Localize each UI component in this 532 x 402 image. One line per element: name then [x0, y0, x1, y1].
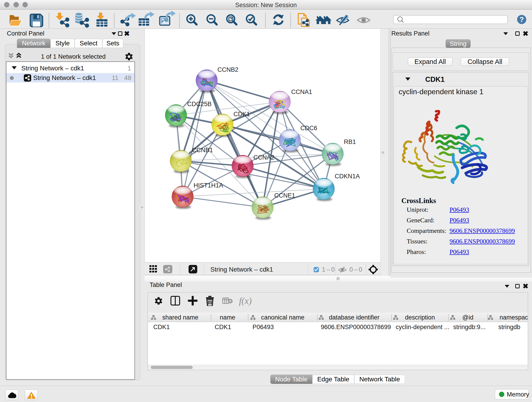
svg-text:description: description	[405, 314, 435, 321]
svg-text:CDC6: CDC6	[300, 125, 317, 132]
svg-text:CCNA1: CCNA1	[291, 89, 312, 95]
svg-text:shared name: shared name	[162, 314, 198, 321]
svg-text:HIST1H1A: HIST1H1A	[194, 182, 223, 189]
svg-text:CDK1: CDK1	[234, 111, 250, 118]
svg-text:CCNE1: CCNE1	[274, 192, 295, 199]
svg-text:CDKN1A: CDKN1A	[335, 173, 360, 180]
svg-text:namespace: namespace	[500, 314, 528, 321]
svg-text:CCNB1: CCNB1	[192, 147, 213, 153]
svg-text:CCNB2: CCNB2	[217, 66, 239, 73]
svg-text:@id: @id	[462, 314, 473, 321]
svg-text:CCNA2: CCNA2	[253, 154, 274, 161]
svg-text:CDC25B: CDC25B	[187, 101, 212, 108]
svg-text:RB1: RB1	[344, 138, 356, 145]
svg-text:canonical name: canonical name	[261, 314, 304, 321]
svg-text:?: ?	[520, 16, 524, 24]
svg-text:database identifier: database identifier	[329, 314, 380, 321]
svg-text:name: name	[220, 314, 235, 321]
